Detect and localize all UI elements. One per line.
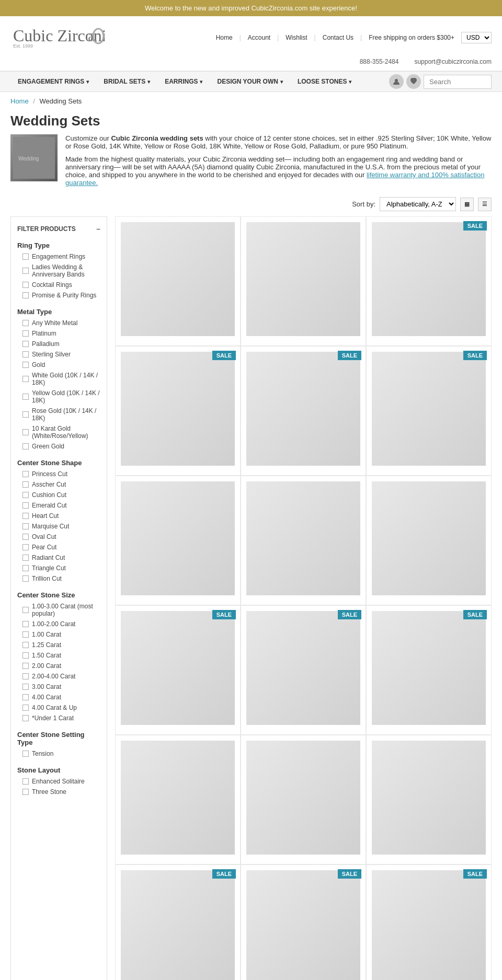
filter-ladies-wedding[interactable]: Ladies Wedding & Anniversary Bands xyxy=(11,262,107,280)
filter-engagement-rings[interactable]: Engagement Rings xyxy=(11,251,107,262)
list-view-button[interactable]: ☰ xyxy=(478,198,492,211)
filter-125-carat[interactable]: 1.25 Carat xyxy=(11,640,107,650)
nav-design-your-own[interactable]: DESIGN YOUR OWN ▾ xyxy=(210,72,290,91)
filter-3-carat[interactable]: 3.00 Carat xyxy=(11,682,107,692)
search-input[interactable] xyxy=(424,75,492,89)
product-card[interactable]: SALE xyxy=(241,346,366,476)
product-card[interactable] xyxy=(241,735,366,864)
filter-promise-rings[interactable]: Promise & Purity Rings xyxy=(11,290,107,301)
svg-text:Wedding: Wedding xyxy=(18,156,39,162)
intro-bold: Cubic Zirconia wedding sets xyxy=(111,134,203,142)
filter-marquise-cut[interactable]: Marquise Cut xyxy=(11,521,107,532)
filter-section-stone-layout: Stone Layout Enhanced Solitaire Three St… xyxy=(11,763,107,797)
filter-yellow-gold[interactable]: Yellow Gold (10K / 14K / 18K) xyxy=(11,388,107,406)
filter-4-carat[interactable]: 4.00 Carat xyxy=(11,692,107,702)
email-address: support@cubiczirconia.com xyxy=(414,58,492,65)
filter-trillion-cut[interactable]: Trillion Cut xyxy=(11,573,107,584)
filter-heart-cut[interactable]: Heart Cut xyxy=(11,511,107,521)
site-logo[interactable]: Cubic Zirconi a Est. 1999 xyxy=(10,21,105,54)
nav-wishlist[interactable]: Wishlist xyxy=(281,34,311,41)
filter-sterling-silver[interactable]: Sterling Silver xyxy=(11,349,107,360)
filter-150-carat[interactable]: 1.50 Carat xyxy=(11,650,107,661)
banner-text: Welcome to the new and improved CubicZir… xyxy=(145,4,357,12)
filter-under-1-carat[interactable]: *Under 1 Carat xyxy=(11,713,107,723)
product-card[interactable]: SALE xyxy=(366,864,492,980)
product-image xyxy=(246,352,360,466)
filter-rose-gold[interactable]: Rose Gold (10K / 14K / 18K) xyxy=(11,406,107,423)
nav-bridal-sets[interactable]: BRIDAL SETS ▾ xyxy=(96,72,157,91)
filter-tension[interactable]: Tension xyxy=(11,748,107,759)
checkbox-cocktail-rings[interactable] xyxy=(22,282,29,288)
nav-account[interactable]: Account xyxy=(244,34,275,41)
nav-icons xyxy=(389,74,492,89)
product-card[interactable]: SALE xyxy=(115,346,241,476)
grid-view-button[interactable]: ▦ xyxy=(460,198,474,211)
filter-palladium[interactable]: Palladium xyxy=(11,339,107,349)
filter-pear-cut[interactable]: Pear Cut xyxy=(11,542,107,552)
chevron-down-icon: ▾ xyxy=(349,79,351,85)
filter-1-carat[interactable]: 1.00 Carat xyxy=(11,629,107,640)
filter-triangle-cut[interactable]: Triangle Cut xyxy=(11,563,107,573)
product-card[interactable] xyxy=(115,216,241,346)
filter-platinum[interactable]: Platinum xyxy=(11,328,107,339)
filter-asscher-cut[interactable]: Asscher Cut xyxy=(11,479,107,490)
product-grid: SALE SALE SALE SALE xyxy=(115,216,492,980)
chevron-down-icon: ▾ xyxy=(280,79,283,85)
nav-home[interactable]: Home xyxy=(212,34,237,41)
filter-green-gold[interactable]: Green Gold xyxy=(11,441,107,452)
filter-1-2-carat[interactable]: 1.00-2.00 Carat xyxy=(11,619,107,629)
filter-10k-gold[interactable]: 10 Karat Gold (White/Rose/Yellow) xyxy=(11,423,107,441)
filter-cocktail-rings[interactable]: Cocktail Rings xyxy=(11,280,107,290)
heart-icon[interactable] xyxy=(406,74,421,89)
sale-badge: SALE xyxy=(338,610,361,619)
product-card[interactable] xyxy=(115,735,241,864)
filter-any-white-metal[interactable]: Any White Metal xyxy=(11,318,107,328)
product-card[interactable]: SALE xyxy=(115,605,241,735)
checkbox-engagement-rings[interactable] xyxy=(22,253,29,260)
filter-princess-cut[interactable]: Princess Cut xyxy=(11,469,107,479)
product-image xyxy=(372,481,486,595)
filter-2-4-carat[interactable]: 2.00-4.00 Carat xyxy=(11,671,107,682)
chevron-down-icon: ▾ xyxy=(200,79,202,85)
product-card[interactable]: SALE xyxy=(115,864,241,980)
product-card[interactable] xyxy=(366,735,492,864)
product-card[interactable]: SALE xyxy=(366,605,492,735)
nav-earrings[interactable]: EARRINGS ▾ xyxy=(157,72,210,91)
stone-layout-title: Stone Layout xyxy=(11,763,107,776)
checkbox-promise-rings[interactable] xyxy=(22,292,29,298)
filter-emerald-cut[interactable]: Emerald Cut xyxy=(11,500,107,511)
filter-1-3-carat[interactable]: 1.00-3.00 Carat (most popular) xyxy=(11,601,107,619)
filter-three-stone[interactable]: Three Stone xyxy=(11,787,107,797)
filter-oval-cut[interactable]: Oval Cut xyxy=(11,532,107,542)
nav-engagement-rings[interactable]: ENGAGEMENT RINGS ▾ xyxy=(10,72,96,91)
product-card[interactable]: SALE xyxy=(366,346,492,476)
top-banner: Welcome to the new and improved CubicZir… xyxy=(0,0,502,16)
product-card[interactable]: SALE xyxy=(241,864,366,980)
filter-radiant-cut[interactable]: Radiant Cut xyxy=(11,552,107,563)
filter-toggle-icon[interactable]: – xyxy=(96,225,100,233)
filter-gold[interactable]: Gold xyxy=(11,360,107,370)
product-card[interactable] xyxy=(241,216,366,346)
checkbox-ladies-wedding[interactable] xyxy=(22,268,29,274)
product-image xyxy=(246,870,360,980)
filter-4-plus-carat[interactable]: 4.00 Carat & Up xyxy=(11,702,107,713)
product-card[interactable] xyxy=(366,476,492,605)
filter-2-carat[interactable]: 2.00 Carat xyxy=(11,661,107,671)
product-card[interactable] xyxy=(241,476,366,605)
logo-svg: Cubic Zirconi a Est. 1999 xyxy=(10,21,105,50)
filter-white-gold[interactable]: White Gold (10K / 14K / 18K) xyxy=(11,370,107,388)
currency-selector[interactable]: USD EUR GBP xyxy=(461,32,492,43)
user-icon[interactable] xyxy=(389,74,404,89)
product-card[interactable] xyxy=(115,476,241,605)
product-card[interactable]: SALE xyxy=(241,605,366,735)
filter-enhanced-solitaire[interactable]: Enhanced Solitaire xyxy=(11,776,107,787)
sort-select[interactable]: Alphabetically, A-Z Alphabetically, Z-A … xyxy=(380,197,456,211)
breadcrumb: Home / Wedding Sets xyxy=(0,92,502,110)
filter-cushion-cut[interactable]: Cushion Cut xyxy=(11,490,107,500)
free-shipping-text: Free shipping on orders $300+ xyxy=(364,34,459,41)
breadcrumb-home[interactable]: Home xyxy=(10,97,29,105)
product-card[interactable]: SALE xyxy=(366,216,492,346)
phone-number: 888-355-2484 xyxy=(360,58,399,65)
nav-loose-stones[interactable]: LOOSE STONES ▾ xyxy=(290,72,359,91)
nav-contact[interactable]: Contact Us xyxy=(318,34,358,41)
